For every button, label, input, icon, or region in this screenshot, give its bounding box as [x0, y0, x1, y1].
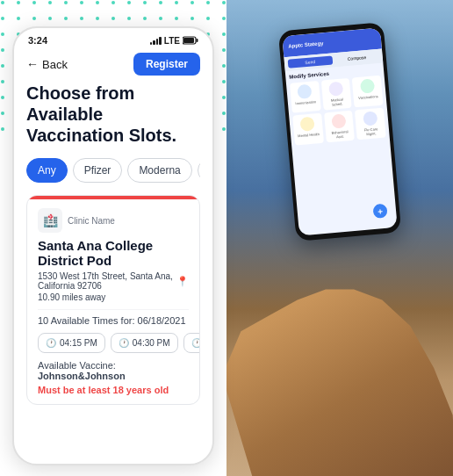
mini-tab-send: Send	[288, 55, 333, 68]
main-title-line2: Vaccination Slots.	[26, 126, 176, 145]
immunization-icon	[298, 84, 313, 99]
clock-icon-1: 🕐	[46, 338, 56, 348]
time-slot-2-value: 04:30 PM	[133, 338, 170, 348]
slots-title: 10 Available Times for: 06/18/2021	[38, 315, 189, 326]
clock-icon-3: 🕐	[191, 338, 200, 348]
vaccine-name: Johnson&Johnson	[38, 371, 126, 381]
age-warning: Must be at least 18 years old	[38, 385, 189, 395]
mini-fab-button: +	[372, 204, 387, 219]
mental-icon	[300, 116, 315, 131]
mini-phone-screen: Apptc Stategy Send Compose Modify Servic…	[282, 28, 397, 236]
location-pin-icon: 📍	[176, 276, 189, 287]
time-slot-1-value: 04:15 PM	[60, 338, 97, 348]
medical-label: Medical Sched.	[325, 97, 349, 107]
photo-section: Apptc Stategy Send Compose Modify Servic…	[226, 0, 453, 476]
svg-rect-4	[197, 39, 198, 42]
filter-moderna[interactable]: Moderna	[127, 158, 191, 183]
vaccine-info: Available Vaccine: Johnson&Johnson	[38, 360, 189, 381]
phone-mockup: 3:24 LTE ← Back	[12, 26, 214, 465]
mini-phone-device: Apptc Stategy Send Compose Modify Servic…	[278, 22, 401, 242]
flucare-label: Flu-Care Mgmt.	[359, 126, 383, 137]
divider	[38, 309, 189, 310]
mental-label: Mental Health	[297, 132, 320, 138]
mini-icon-mental: Mental Health	[292, 113, 323, 146]
mini-content: Modify Services Immunization Medical Sch…	[285, 62, 390, 148]
clinic-label: Clinic Name	[68, 216, 115, 226]
back-arrow-icon: ←	[26, 57, 39, 71]
behavioral-icon	[331, 113, 346, 128]
back-button[interactable]: ← Back	[26, 57, 68, 71]
clinic-address: 1530 West 17th Street, Santa Ana, Califo…	[38, 271, 189, 291]
time-slot-2[interactable]: 🕐 04:30 PM	[111, 333, 178, 353]
vaccine-label: Available Vaccine:	[38, 360, 116, 371]
clinic-icon-row: 🏥 Clinic Name	[38, 208, 189, 233]
clinic-address-text: 1530 West 17th Street, Santa Ana, Califo…	[38, 271, 174, 291]
filter-any[interactable]: Any	[26, 158, 68, 183]
clock-icon-2: 🕐	[119, 338, 129, 348]
mini-icon-vaccinations: Vaccinations	[352, 76, 384, 108]
back-label: Back	[42, 58, 68, 71]
clinic-card: 🏥 Clinic Name Santa Ana College District…	[26, 195, 200, 405]
mini-icon-medical: Medical Sched.	[320, 78, 352, 111]
svg-rect-3	[183, 38, 194, 43]
vaccinations-icon	[360, 78, 375, 93]
battery-icon	[183, 36, 198, 45]
filter-row: Any Pfizer Moderna J&J AD	[26, 158, 200, 183]
hand-phone-container: Apptc Stategy Send Compose Modify Servic…	[226, 0, 453, 476]
mini-screen-title: Apptc Stategy	[288, 40, 324, 48]
signal-type: LTE	[164, 36, 180, 46]
clinic-card-body: 🏥 Clinic Name Santa Ana College District…	[27, 199, 199, 404]
mini-icon-flucare: Flu-Care Mgmt.	[355, 108, 386, 141]
filter-jj[interactable]: J&J	[198, 158, 200, 183]
register-button[interactable]: Register	[133, 53, 200, 76]
signal-icon	[150, 36, 162, 45]
status-right-icons: LTE	[150, 36, 198, 46]
vaccinations-label: Vaccinations	[356, 94, 380, 100]
mini-icon-behavioral: Behavioral Asst.	[324, 111, 356, 143]
clinic-name: Santa Ana College District Pod	[38, 238, 189, 268]
mini-icons-grid: Immunization Medical Sched. Vaccinations	[290, 76, 386, 146]
main-title-line1: Choose from Available	[26, 83, 134, 124]
time-slots: 🕐 04:15 PM 🕐 04:30 PM 🕐 04:45 P	[38, 333, 189, 353]
medical-icon	[328, 82, 343, 97]
mini-icon-immunization: Immunization	[290, 81, 320, 113]
left-section: 3:24 LTE ← Back	[0, 0, 226, 476]
status-time: 3:24	[28, 35, 47, 46]
behavioral-label: Behavioral Asst.	[328, 129, 352, 140]
main-title: Choose from Available Vaccination Slots.	[26, 83, 200, 146]
clinic-building-icon: 🏥	[38, 208, 62, 233]
clinic-distance: 10.90 miles away	[38, 292, 189, 302]
flucare-icon	[363, 111, 378, 126]
filter-pfizer[interactable]: Pfizer	[73, 158, 123, 183]
phone-content: Choose from Available Vaccination Slots.…	[14, 83, 212, 412]
time-slot-3[interactable]: 🕐 04:45 P	[183, 333, 200, 353]
status-bar: 3:24 LTE	[14, 28, 212, 49]
nav-bar: ← Back Register	[14, 49, 212, 83]
immunization-label: Immunization	[294, 99, 318, 105]
time-slot-1[interactable]: 🕐 04:15 PM	[38, 333, 105, 353]
mini-tab-compose: Compose	[334, 52, 379, 64]
